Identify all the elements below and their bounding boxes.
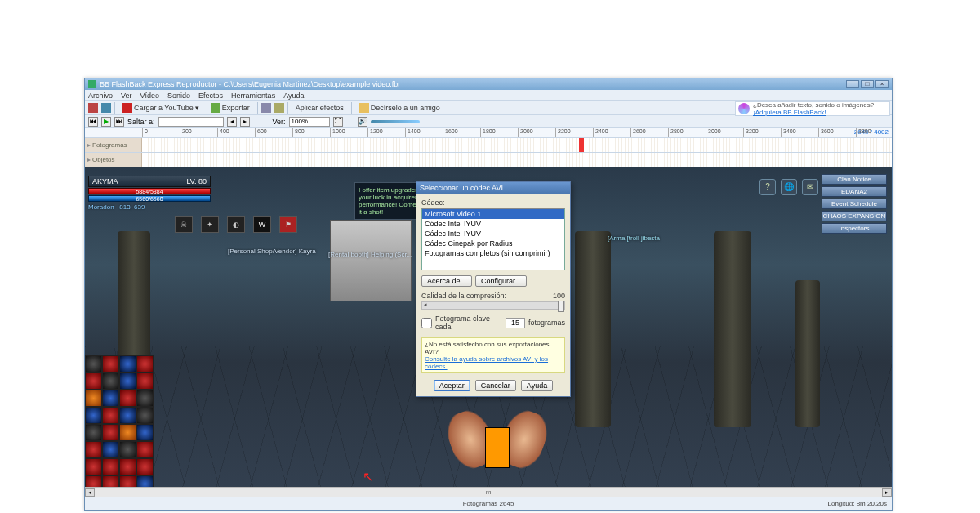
skill-slot[interactable]: [102, 407, 119, 424]
cancel-button[interactable]: Cancelar: [475, 380, 516, 391]
skill-slot[interactable]: [102, 458, 119, 475]
slider-thumb[interactable]: [558, 301, 564, 312]
skill-slot[interactable]: [119, 441, 136, 458]
menu-event-schedule[interactable]: Event Schedule: [822, 199, 887, 209]
skill-slot[interactable]: [85, 355, 102, 372]
timeline-ruler[interactable]: 2645 / 4002 0200400600800100012001400160…: [85, 128, 892, 138]
ruler-tick: 1000: [330, 128, 345, 138]
hint-link[interactable]: Consulte la ayuda sobre archivos AVI y l…: [425, 355, 562, 370]
skill-slot[interactable]: [119, 355, 136, 372]
skill-slot[interactable]: [102, 390, 119, 407]
volume-icon[interactable]: 🔊: [358, 117, 368, 127]
hint-question: ¿No está satisfecho con sus exportacione…: [425, 341, 562, 355]
skill-slot[interactable]: [136, 390, 154, 407]
playhead[interactable]: [579, 138, 584, 152]
skill-slot[interactable]: [136, 458, 154, 475]
apply-effects-button[interactable]: Aplicar efectos: [292, 102, 348, 114]
scroll-left-button[interactable]: ◂: [85, 488, 95, 497]
codec-option[interactable]: Códec Cinepak por Radius: [422, 239, 564, 248]
help-button[interactable]: Ayuda: [521, 380, 553, 391]
scroll-right-button[interactable]: ▸: [882, 488, 892, 497]
volume-slider[interactable]: [371, 120, 420, 123]
skill-slot[interactable]: [102, 424, 119, 441]
keyframe-input[interactable]: [506, 318, 525, 328]
open-icon[interactable]: [88, 103, 98, 113]
menu-video[interactable]: Vídeo: [140, 91, 160, 100]
guild-icon-1: ☠: [175, 216, 193, 233]
window-title: BB FlashBack Express Reproductor - C:\Us…: [100, 80, 400, 88]
skill-slot[interactable]: [102, 372, 119, 390]
menu-inspectors[interactable]: Inspectors: [822, 223, 887, 234]
menu-clan-notice[interactable]: Clan Notice: [822, 174, 887, 185]
tell-friend-button[interactable]: Decírselo a un amigo: [355, 101, 444, 114]
menu-edana[interactable]: EDANA2: [822, 186, 887, 197]
skill-slot[interactable]: [85, 407, 102, 424]
goto-start-button[interactable]: ⏮: [88, 117, 98, 127]
codec-option[interactable]: Fotogramas completos (sin comprimir): [422, 248, 564, 258]
skill-slot[interactable]: [102, 355, 119, 372]
skill-slot[interactable]: [85, 458, 102, 475]
jump-label: Saltar a:: [127, 118, 155, 126]
menu-sonido[interactable]: Sonido: [167, 91, 190, 100]
ruler-tick: 3600: [818, 128, 834, 138]
globe-icon[interactable]: 🌐: [781, 179, 797, 195]
maximize-button[interactable]: □: [861, 80, 874, 88]
skill-slot[interactable]: [119, 407, 136, 424]
codec-option[interactable]: Códec Intel IYUV: [422, 229, 564, 239]
skill-slot[interactable]: [85, 441, 102, 458]
prev-marker-button[interactable]: ◂: [227, 117, 237, 127]
promo-link[interactable]: ¡Adquiera BB FlashBack!: [753, 109, 826, 116]
about-button[interactable]: Acerca de...: [421, 275, 472, 287]
jump-input[interactable]: [158, 117, 224, 127]
skill-slot[interactable]: [119, 424, 136, 441]
keyframe-checkbox[interactable]: [421, 318, 432, 328]
menu-herramientas[interactable]: Herramientas: [231, 91, 275, 100]
skill-slot[interactable]: [85, 424, 102, 441]
mail-q-icon[interactable]: ✉: [802, 179, 818, 195]
skill-slot[interactable]: [85, 372, 102, 390]
skill-slot[interactable]: [102, 441, 119, 458]
frames-track-body[interactable]: [142, 138, 892, 152]
skill-slot[interactable]: [119, 458, 136, 475]
menu-ayuda[interactable]: Ayuda: [283, 91, 304, 100]
playback-toolbar: ⏮ ▶ ⏭ Saltar a: ◂ ▸ Ver: ⛶ 🔊: [85, 115, 892, 128]
skill-slot[interactable]: [136, 441, 154, 458]
horizontal-scrollbar[interactable]: ◂ m ▸: [85, 487, 892, 497]
menu-efectos[interactable]: Efectos: [198, 91, 223, 100]
quality-slider[interactable]: ◂: [421, 301, 565, 310]
skill-slot[interactable]: [119, 372, 136, 390]
tool-icon-1[interactable]: [261, 103, 271, 113]
skill-slot[interactable]: [119, 390, 136, 407]
menu-archivo[interactable]: Archivo: [88, 91, 113, 100]
upload-youtube-button[interactable]: Cargar a YouTube ▾: [118, 101, 203, 114]
skill-slot[interactable]: [136, 355, 154, 372]
game-cursor-icon: ↖: [363, 469, 373, 484]
goto-end-button[interactable]: ⏭: [114, 117, 124, 127]
ruler-tick: 1600: [443, 128, 458, 138]
skill-slot[interactable]: [136, 407, 154, 424]
codec-option[interactable]: Microsoft Video 1: [422, 209, 564, 219]
codec-option[interactable]: Códec Intel IYUV: [422, 219, 564, 229]
menu-chaos[interactable]: CHAOS EXPANSION: [822, 211, 887, 221]
minimize-button[interactable]: _: [846, 80, 859, 88]
skill-slot[interactable]: [85, 390, 102, 407]
menu-ver[interactable]: Ver: [121, 91, 132, 100]
ruler-tick: 1200: [368, 128, 383, 138]
configure-button[interactable]: Configurar...: [475, 275, 527, 287]
fit-button[interactable]: ⛶: [333, 117, 343, 127]
close-button[interactable]: ×: [875, 80, 889, 88]
codec-listbox[interactable]: Microsoft Video 1 Códec Intel IYUV Códec…: [421, 208, 565, 270]
tool-icon-2[interactable]: [274, 103, 284, 113]
help-icon[interactable]: ?: [760, 179, 776, 195]
zoom-select[interactable]: [289, 117, 330, 127]
accept-button[interactable]: Aceptar: [434, 380, 470, 391]
stall-object: [330, 220, 412, 301]
export-button[interactable]: Exportar: [207, 101, 254, 114]
skill-slot[interactable]: [136, 372, 154, 390]
objects-track-body[interactable]: [142, 153, 892, 167]
ruler-tick: 2000: [518, 128, 533, 138]
skill-slot[interactable]: [136, 424, 154, 441]
save-icon[interactable]: [101, 103, 111, 113]
play-button[interactable]: ▶: [101, 117, 111, 127]
next-marker-button[interactable]: ▸: [240, 117, 250, 127]
